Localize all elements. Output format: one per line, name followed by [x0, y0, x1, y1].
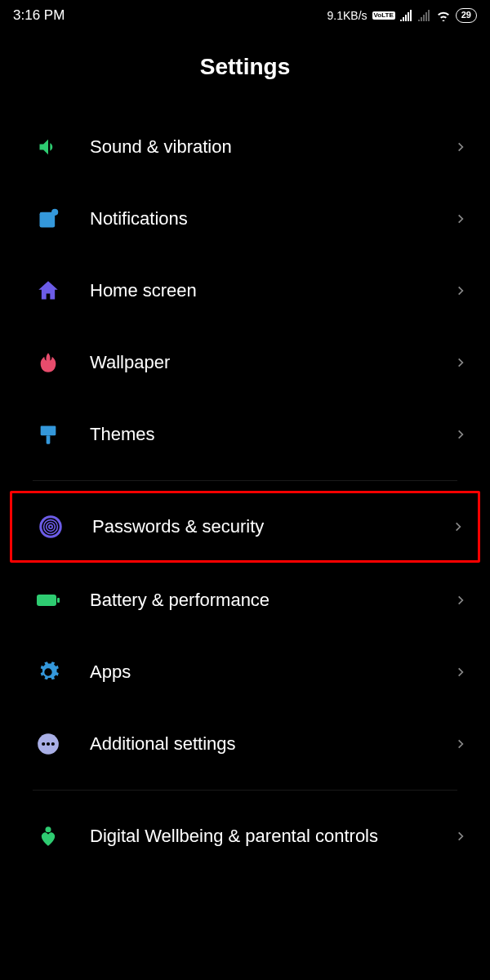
chevron-right-icon: [452, 592, 469, 608]
chevron-right-icon: [452, 354, 469, 371]
settings-item-label: Digital Wellbeing & parental controls: [90, 825, 452, 849]
speaker-icon: [34, 133, 62, 161]
brush-icon: [34, 421, 62, 448]
chevron-right-icon: [452, 736, 469, 752]
settings-item-wallpaper[interactable]: Wallpaper: [10, 327, 480, 399]
battery-indicator: 29: [456, 8, 477, 22]
status-bar: 3:16 PM 9.1KB/s VoLTE 29: [0, 0, 490, 31]
page-title: Settings: [0, 54, 490, 80]
settings-item-apps[interactable]: Apps: [10, 636, 480, 708]
status-time: 3:16 PM: [13, 7, 65, 24]
settings-item-passwords-security[interactable]: Passwords & security: [10, 491, 480, 563]
signal-icon: [400, 10, 413, 21]
chevron-right-icon: [452, 664, 469, 680]
svg-point-15: [46, 826, 51, 832]
svg-rect-3: [47, 435, 51, 444]
svg-point-13: [47, 742, 50, 746]
chevron-right-icon: [452, 426, 469, 443]
fingerprint-icon: [37, 513, 65, 541]
svg-rect-2: [41, 426, 56, 436]
wifi-icon: [436, 10, 451, 21]
chevron-right-icon: [452, 211, 469, 227]
svg-point-12: [42, 742, 45, 746]
svg-rect-10: [57, 598, 60, 603]
settings-list: Sound & vibration Notifications Home scr…: [0, 111, 490, 872]
settings-item-label: Passwords & security: [92, 516, 450, 537]
settings-item-label: Additional settings: [90, 733, 452, 755]
settings-item-label: Home screen: [90, 280, 452, 301]
chevron-right-icon: [452, 139, 469, 155]
svg-point-8: [50, 526, 52, 528]
network-speed: 9.1KB/s: [327, 9, 368, 22]
settings-item-label: Battery & performance: [90, 590, 452, 611]
settings-item-label: Notifications: [90, 208, 452, 229]
heart-person-icon: [34, 822, 62, 850]
gear-icon: [34, 658, 62, 686]
svg-point-14: [51, 742, 55, 746]
settings-item-label: Wallpaper: [90, 352, 452, 373]
volte-badge: VoLTE: [372, 11, 395, 20]
settings-item-notifications[interactable]: Notifications: [10, 183, 480, 255]
divider: [33, 790, 457, 791]
flower-icon: [34, 349, 62, 376]
settings-item-sound[interactable]: Sound & vibration: [10, 111, 480, 183]
dots-icon: [34, 730, 62, 758]
header: Settings: [0, 31, 490, 111]
signal-icon-2: [418, 10, 431, 21]
settings-item-label: Sound & vibration: [90, 136, 452, 158]
settings-item-additional[interactable]: Additional settings: [10, 708, 480, 780]
chevron-right-icon: [452, 283, 469, 299]
notification-icon: [34, 205, 62, 233]
svg-point-1: [51, 209, 58, 216]
settings-item-label: Themes: [90, 424, 452, 445]
status-indicators: 9.1KB/s VoLTE 29: [327, 8, 477, 22]
settings-item-themes[interactable]: Themes: [10, 399, 480, 470]
settings-item-battery[interactable]: Battery & performance: [10, 564, 480, 636]
divider: [33, 480, 457, 481]
settings-item-label: Apps: [90, 662, 452, 683]
settings-item-wellbeing[interactable]: Digital Wellbeing & parental controls: [10, 800, 480, 872]
chevron-right-icon: [450, 519, 466, 535]
home-icon: [34, 277, 62, 305]
svg-rect-9: [37, 595, 56, 606]
chevron-right-icon: [452, 828, 469, 844]
settings-item-home-screen[interactable]: Home screen: [10, 255, 480, 327]
battery-icon: [34, 586, 62, 614]
